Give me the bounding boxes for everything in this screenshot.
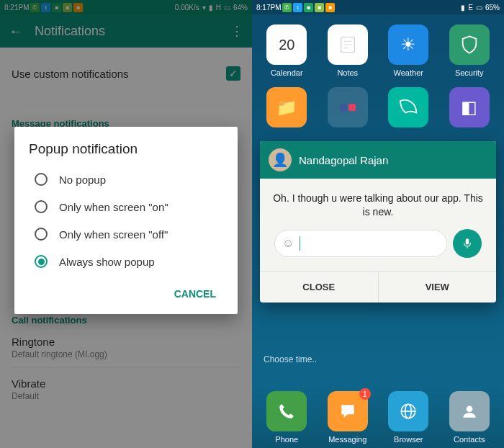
phone-app[interactable]: Phone (262, 391, 311, 444)
app-row-1: 20 Calendar Notes ☀ Weather Security (252, 14, 504, 77)
text-cursor (300, 236, 300, 251)
radio-label: Only when screen "off" (59, 228, 168, 241)
app-label: Security (455, 68, 484, 77)
app-unknown[interactable]: ◧ (445, 87, 494, 131)
message-text: Oh. I though u were talking about our ap… (271, 192, 485, 219)
app-label: Messaging (328, 435, 366, 444)
globe-icon (388, 391, 428, 431)
app-icon: ■ (304, 3, 313, 12)
popup-header[interactable]: 👤 Nandagopal Rajan (260, 141, 496, 179)
weather-icon: ☀ (388, 24, 428, 65)
app-icon: ◧ (449, 87, 490, 127)
shield-icon (449, 24, 490, 65)
close-button[interactable]: CLOSE (260, 272, 378, 303)
popup-actions: CLOSE VIEW (260, 271, 496, 303)
weather-app[interactable]: ☀ Weather (384, 24, 433, 77)
radio-unchecked-icon (35, 228, 48, 241)
avatar: 👤 (269, 148, 292, 171)
app-icon: ■ (325, 3, 335, 12)
reply-input[interactable]: ☺ (274, 230, 447, 257)
message-icon: 1 (328, 391, 368, 431)
signal-icon: ▮ (461, 4, 465, 12)
app-label: Contacts (454, 435, 485, 444)
dialog-title: Popup notification (29, 141, 223, 157)
radio-label: Only when screen "on" (59, 201, 168, 213)
svg-rect-8 (466, 238, 469, 244)
battery-level: 65% (485, 4, 500, 12)
social-folder[interactable] (323, 87, 372, 131)
app-label: Calendar (271, 68, 303, 77)
files-app[interactable]: 📁 (262, 87, 311, 131)
app-label: Notes (337, 68, 358, 77)
network-type: E (468, 4, 473, 12)
choose-time-widget[interactable]: Choose time.. (264, 354, 317, 364)
popup-notification-dialog: Popup notification No popup Only when sc… (14, 127, 238, 314)
svg-point-7 (466, 406, 472, 412)
right-phone: 8:17PM ✆ t ■ ■ ■ ▮ E ▭ 65% 20 Calendar (252, 0, 504, 448)
battery-icon: ▭ (476, 4, 482, 12)
whatsapp-popup: 👤 Nandagopal Rajan Oh. I though u were t… (260, 141, 496, 303)
radio-label: No popup (59, 174, 106, 186)
cancel-button[interactable]: CANCEL (167, 282, 223, 305)
app-label: Browser (394, 435, 423, 444)
radio-unchecked-icon (35, 173, 48, 186)
notes-app[interactable]: Notes (323, 24, 372, 77)
view-button[interactable]: VIEW (378, 272, 497, 303)
radio-option-always[interactable]: Always show popup (29, 248, 223, 275)
calendar-app[interactable]: 20 Calendar (262, 24, 311, 77)
dock: Phone 1 Messaging Browser (252, 385, 504, 448)
app-icon: ■ (315, 3, 324, 12)
browser-app[interactable]: Browser (384, 391, 433, 444)
twitter-icon: t (293, 3, 302, 12)
radio-unchecked-icon (35, 200, 48, 213)
mic-button[interactable] (453, 229, 482, 258)
radio-label: Always show popup (59, 256, 155, 268)
calendar-day: 20 (279, 37, 294, 53)
radio-option-no-popup[interactable]: No popup (29, 166, 223, 193)
radio-option-screen-off[interactable]: Only when screen "off" (29, 220, 223, 248)
app-label: Weather (394, 68, 423, 77)
keyboard-icon (388, 87, 428, 127)
phone-icon (266, 391, 307, 431)
radio-option-screen-on[interactable]: Only when screen "on" (29, 193, 223, 220)
contacts-icon (449, 391, 490, 431)
left-phone: 8:21PM ✆ t ■ ■ ■ 0.00K/s ▾ ▮ H ▭ 64% ← N… (0, 0, 252, 448)
radio-checked-icon (35, 255, 48, 268)
security-app[interactable]: Security (445, 24, 494, 77)
status-bar: 8:17PM ✆ t ■ ■ ■ ▮ E ▭ 65% (252, 0, 504, 14)
app-row-2: 📁 ◧ (252, 77, 504, 131)
folder-icon: 📁 (266, 87, 307, 127)
notes-icon (328, 24, 368, 65)
whatsapp-icon: ✆ (282, 3, 292, 12)
contact-name: Nandagopal Rajan (299, 154, 388, 166)
swiftkey-app[interactable] (384, 87, 433, 131)
status-time: 8:17PM (256, 4, 281, 12)
contacts-app[interactable]: Contacts (445, 391, 494, 444)
home-screen[interactable]: 20 Calendar Notes ☀ Weather Security (252, 14, 504, 448)
badge-count: 1 (359, 388, 371, 400)
calendar-icon: 20 (266, 24, 307, 65)
reply-row: ☺ (274, 229, 482, 258)
folder-icon (328, 87, 368, 127)
emoji-icon[interactable]: ☺ (282, 237, 294, 250)
app-label: Phone (275, 435, 298, 444)
messaging-app[interactable]: 1 Messaging (323, 391, 372, 444)
